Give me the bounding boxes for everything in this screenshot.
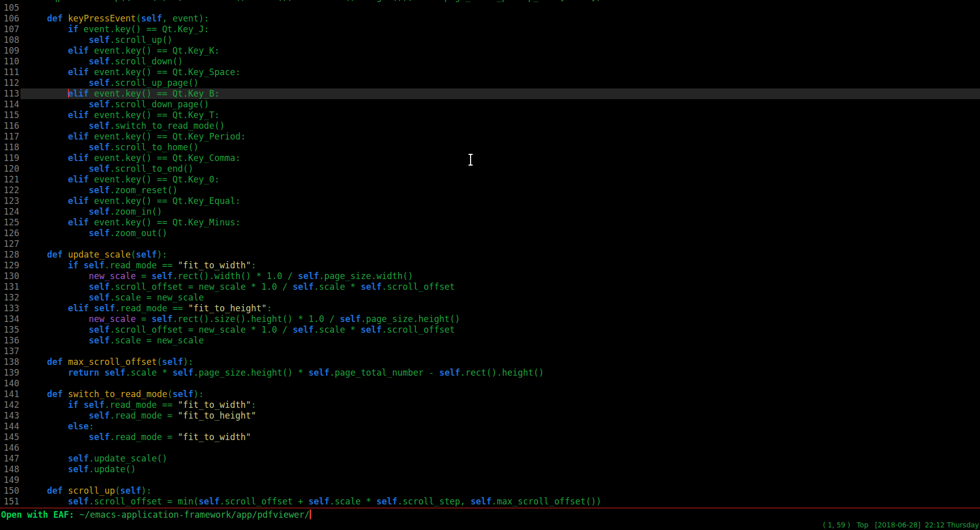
code-token: .read_mode == [115, 303, 188, 313]
code-line[interactable]: 113 elif event.key() == Qt.Key_B: [0, 88, 980, 99]
line-number: 124 [0, 206, 20, 217]
code-line[interactable]: 124 self.zoom_in() [0, 206, 980, 217]
code-line[interactable]: 136 self.scale = new_scale [0, 335, 980, 346]
code-line[interactable]: 147 self.update_scale() [0, 453, 980, 464]
code-token: self [199, 496, 220, 506]
code-line[interactable]: 144 else: [0, 421, 980, 432]
code-line[interactable]: 112 self.scroll_up_page() [0, 78, 980, 88]
code-token: self [162, 357, 183, 367]
code-token: self [68, 453, 89, 464]
code-text: elif event.key() == Qt.Key_Minus: [20, 217, 980, 228]
code-token: .rect().height() [460, 367, 544, 378]
code-line[interactable]: 141 def switch_to_read_mode(self): [0, 389, 980, 400]
line-number: 122 [0, 185, 20, 196]
minibuffer-input[interactable]: ~/emacs-application-framework/app/pdfvie… [80, 510, 310, 520]
code-token: ): [157, 249, 167, 260]
code-token: .zoom_in() [110, 206, 162, 217]
code-line[interactable]: 151 self.scroll_offset = min(self.scroll… [0, 496, 980, 507]
code-line[interactable]: 128 def update_scale(self): [0, 249, 980, 260]
code-line[interactable]: 120 self.scroll_to_end() [0, 164, 980, 174]
code-line[interactable]: 148 self.update() [0, 464, 980, 475]
code-line[interactable]: 105 [0, 3, 980, 13]
code-line[interactable]: 123 elif event.key() == Qt.Key_Equal: [0, 196, 980, 206]
minibuffer[interactable]: Open with EAF: ~/emacs-application-frame… [1, 510, 311, 520]
code-line[interactable]: 139 return self.scale * self.page_size.h… [0, 367, 980, 378]
code-line[interactable]: 106 def keyPressEvent(self, event): [0, 13, 980, 24]
code-line[interactable]: 142 if self.read_mode == "fit_to_width": [0, 400, 980, 410]
code-token: event.key() == Qt.Key_Minus: [89, 217, 241, 227]
code-token: .scale * [314, 282, 361, 292]
code-line[interactable]: 117 elif event.key() == Qt.Key_Period: [0, 131, 980, 142]
code-line[interactable]: 137 [0, 346, 980, 357]
code-line[interactable]: 110 self.scroll_down() [0, 56, 980, 67]
code-token: else [68, 421, 89, 431]
code-line[interactable]: 135 self.scroll_offset = new_scale * 1.0… [0, 325, 980, 335]
code-line[interactable]: 140 [0, 378, 980, 389]
code-line[interactable]: 108 self.scroll_up() [0, 35, 980, 45]
code-token: event.key() == Qt.Key_0: [89, 174, 220, 185]
code-line[interactable]: 125 elif event.key() == Qt.Key_Minus: [0, 217, 980, 228]
code-token [26, 260, 68, 270]
code-token: self [89, 282, 110, 292]
code-text: def max_scroll_offset(self): [20, 357, 980, 367]
code-token [26, 110, 68, 120]
code-token: elif [68, 153, 89, 163]
code-token: self [94, 303, 115, 313]
code-token: self [471, 496, 492, 506]
code-line[interactable]: 145 self.read_mode = "fit_to_width" [0, 432, 980, 443]
code-token: .rect().width() * 1.0 / [173, 271, 298, 281]
code-token: elif [68, 67, 89, 77]
code-line[interactable]: 132 self.scale = new_scale [0, 292, 980, 303]
code-line[interactable]: 126 self.zoom_out() [0, 228, 980, 239]
code-token: self [89, 142, 110, 152]
code-line[interactable]: 118 self.scroll_to_home() [0, 142, 980, 153]
code-line[interactable]: 109 elif event.key() == Qt.Key_K: [0, 45, 980, 56]
code-token: self [89, 121, 110, 131]
code-token: def [47, 249, 63, 260]
code-line[interactable]: 121 elif event.key() == Qt.Key_0: [0, 174, 980, 185]
code-line[interactable]: 107 if event.key() == Qt.Key_J: [0, 24, 980, 35]
code-line[interactable]: 143 self.read_mode = "fit_to_height" [0, 410, 980, 421]
code-text [20, 443, 980, 453]
code-token: self [439, 367, 460, 378]
line-number: 143 [0, 410, 20, 421]
code-line[interactable]: 138 def max_scroll_offset(self): [0, 357, 980, 367]
code-token [26, 292, 89, 303]
code-line[interactable]: 114 self.scroll_down_page() [0, 99, 980, 110]
code-text: def update_scale(self): [20, 249, 980, 260]
code-token [26, 464, 68, 474]
code-line[interactable]: 111 elif event.key() == Qt.Key_Space: [0, 67, 980, 78]
code-line[interactable]: 130 new_scale = self.rect().width() * 1.… [0, 271, 980, 282]
code-line[interactable]: 146 [0, 443, 980, 453]
code-token [26, 335, 89, 345]
code-token: self [361, 282, 382, 292]
code-token: self [89, 56, 110, 66]
code-token: event.key() == Qt.Key_K: [89, 45, 220, 56]
code-token: self [84, 400, 105, 410]
code-line[interactable]: 133 elif self.read_mode == "fit_to_heigh… [0, 303, 980, 314]
code-line[interactable]: 116 self.switch_to_read_mode() [0, 121, 980, 131]
code-token: def [47, 13, 63, 24]
code-token [26, 314, 89, 324]
code-token [26, 56, 89, 66]
line-number: 126 [0, 228, 20, 239]
code-line[interactable]: 115 elif event.key() == Qt.Key_T: [0, 110, 980, 121]
line-number: 141 [0, 389, 20, 400]
code-line[interactable]: 119 elif event.key() == Qt.Key_Comma: [0, 153, 980, 164]
code-token: self [89, 35, 110, 45]
code-line[interactable]: 131 self.scroll_offset = new_scale * 1.0… [0, 282, 980, 292]
code-line[interactable]: 150 def scroll_up(self): [0, 486, 980, 496]
code-token: ( [167, 389, 172, 399]
partial-code-text: qp.drawPixmap(QRect(0, 0, self.rect().wi… [0, 0, 980, 3]
code-line[interactable]: 149 [0, 475, 980, 486]
code-line[interactable]: 127 [0, 239, 980, 249]
code-token: self [89, 410, 110, 421]
code-buffer[interactable]: qp.drawPixmap(QRect(0, 0, self.rect().wi… [0, 0, 980, 508]
line-number: 114 [0, 99, 20, 110]
code-line[interactable]: 134 new_scale = self.rect().size().heigh… [0, 314, 980, 325]
code-text: self.scroll_offset = min(self.scroll_off… [20, 496, 980, 507]
code-token: , event): [162, 13, 209, 24]
code-line[interactable]: 122 self.zoom_reset() [0, 185, 980, 196]
code-line[interactable]: 129 if self.read_mode == "fit_to_width": [0, 260, 980, 271]
code-token: .scroll_offset = min( [89, 496, 199, 506]
